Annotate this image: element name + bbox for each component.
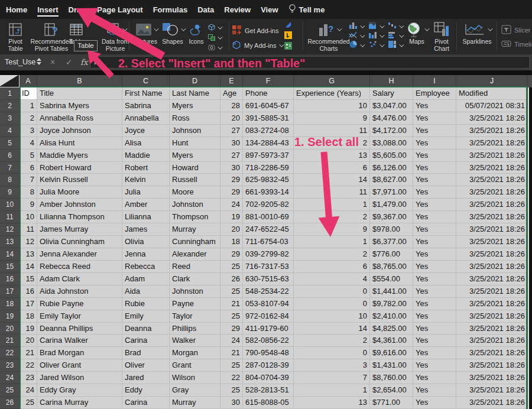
row-header-10[interactable]: 10 (0, 199, 20, 211)
cell-B17[interactable]: Aida Johnston (37, 285, 122, 298)
cell-E16[interactable]: 26 (220, 273, 243, 285)
cell-B10[interactable]: Amber Johnston (37, 199, 122, 211)
cell-D10[interactable]: Johnston (170, 199, 220, 211)
cell-A23[interactable]: 22 (20, 359, 37, 372)
cell-J3[interactable]: 3/25/2021 18:26 (456, 112, 528, 125)
cell-B26[interactable]: Carina Murray (37, 397, 122, 409)
cell-I23[interactable]: Yes (413, 359, 456, 372)
cell-B8[interactable]: Kelvin Russell (37, 174, 122, 186)
cell-C25[interactable]: Eddy (122, 384, 170, 397)
cell-E19[interactable]: 25 (220, 310, 243, 323)
cell-D17[interactable]: Johnston (170, 285, 220, 298)
cell-E17[interactable]: 25 (220, 285, 243, 298)
cell-F4[interactable]: 083-2724-08 (243, 125, 294, 137)
cell-A18[interactable]: 17 (20, 298, 37, 310)
cell-D2[interactable]: Myers (170, 100, 220, 112)
cell-H3[interactable]: $4,476.00 (370, 112, 413, 125)
cell-J13[interactable]: 3/25/2021 18:26 (456, 236, 528, 248)
cell-I24[interactable]: Yes (413, 372, 456, 384)
cell-H9[interactable]: $7,971.00 (370, 186, 413, 199)
cell-G3[interactable]: 9 (294, 112, 370, 125)
recommended-charts-button[interactable]: ? Recommended Charts (306, 21, 351, 52)
cell-A5[interactable]: 4 (20, 137, 37, 150)
cell-J7[interactable]: 3/25/2021 18:26 (456, 162, 528, 174)
cell-J16[interactable]: 3/25/2021 18:26 (456, 273, 528, 285)
cell-G20[interactable]: 14 (294, 323, 370, 335)
cell-F24[interactable]: 804-0704-39 (243, 372, 294, 384)
cell-B21[interactable]: Carina Walker (37, 335, 122, 347)
cell-J4[interactable]: 3/25/2021 18:26 (456, 125, 528, 137)
cell-A20[interactable]: 19 (20, 323, 37, 335)
cell-A3[interactable]: 2 (20, 112, 37, 125)
cell-D6[interactable]: Myers (170, 150, 220, 162)
cell-C1[interactable]: First Name (122, 87, 170, 100)
cell-A16[interactable]: 15 (20, 273, 37, 285)
cell-C3[interactable]: Annabella (122, 112, 170, 125)
row-header-21[interactable]: 21 (0, 335, 20, 347)
cell-I15[interactable]: Yes (413, 261, 456, 273)
cell-G15[interactable]: 6 (294, 261, 370, 273)
cell-B20[interactable]: Deanna Phillips (37, 323, 122, 335)
cell-C6[interactable]: Maddie (122, 150, 170, 162)
cell-A10[interactable]: 9 (20, 199, 37, 211)
cell-A17[interactable]: 16 (20, 285, 37, 298)
cell-C14[interactable]: Jenna (122, 248, 170, 261)
cell-G13[interactable]: 1 (294, 236, 370, 248)
cell-H18[interactable]: $9,782.00 (370, 298, 413, 310)
cell-F19[interactable]: 972-0162-84 (243, 310, 294, 323)
cancel-entry-button[interactable]: × (50, 54, 55, 70)
cell-C10[interactable]: Amber (122, 199, 170, 211)
pivot-table-button[interactable]: Pivot Table (2, 21, 28, 52)
menu-home[interactable]: Home (6, 0, 27, 19)
cell-I8[interactable]: Yes (413, 174, 456, 186)
insert-function-button[interactable]: fx (80, 54, 88, 70)
formula-input[interactable]: ID (90, 56, 530, 69)
cell-C16[interactable]: Adam (122, 273, 170, 285)
cell-F25[interactable]: 528-2813-51 (243, 384, 294, 397)
cell-G9[interactable]: 11 (294, 186, 370, 199)
cell-H7[interactable]: $6,126.00 (370, 162, 413, 174)
cell-F22[interactable]: 790-9548-48 (243, 347, 294, 359)
row-header-9[interactable]: 9 (0, 186, 20, 199)
cell-I11[interactable]: Yes (413, 211, 456, 223)
cell-C7[interactable]: Robert (122, 162, 170, 174)
cell-B12[interactable]: James Murray (37, 223, 122, 236)
menu-review[interactable]: Review (224, 0, 251, 19)
cell-F17[interactable]: 548-2534-22 (243, 285, 294, 298)
cell-I12[interactable]: Yes (413, 223, 456, 236)
cell-H13[interactable]: $6,377.00 (370, 236, 413, 248)
cell-B9[interactable]: Julia Moore (37, 186, 122, 199)
cell-D19[interactable]: Taylor (170, 310, 220, 323)
cell-B16[interactable]: Adam Clark (37, 273, 122, 285)
cell-J5[interactable]: 3/25/2021 18:26 (456, 137, 528, 150)
tell-me-button[interactable]: Tell me (288, 0, 325, 19)
cell-I3[interactable]: Yes (413, 112, 456, 125)
cell-F3[interactable]: 391-5885-31 (243, 112, 294, 125)
cell-C23[interactable]: Oliver (122, 359, 170, 372)
pictures-button[interactable]: Pictures (132, 21, 160, 46)
cell-B23[interactable]: Oliver Grant (37, 359, 122, 372)
cell-F10[interactable]: 702-9205-82 (243, 199, 294, 211)
cell-B18[interactable]: Rubie Payne (37, 298, 122, 310)
cell-E12[interactable]: 20 (220, 223, 243, 236)
cell-B11[interactable]: Lilianna Thompson (37, 211, 122, 223)
cell-G11[interactable]: 2 (294, 211, 370, 223)
cell-C18[interactable]: Rubie (122, 298, 170, 310)
3d-models-button[interactable] (208, 22, 221, 33)
cell-A1[interactable]: ID (20, 87, 37, 100)
row-header-24[interactable]: 24 (0, 372, 20, 384)
cell-D21[interactable]: Walker (170, 335, 220, 347)
row-header-7[interactable]: 7 (0, 162, 20, 174)
cell-I1[interactable]: Employee (413, 87, 456, 100)
cell-I4[interactable]: Yes (413, 125, 456, 137)
cell-C24[interactable]: Jared (122, 372, 170, 384)
row-header-26[interactable]: 26 (0, 397, 20, 409)
cell-I14[interactable]: Yes (413, 248, 456, 261)
cell-C20[interactable]: Deanna (122, 323, 170, 335)
cell-E20[interactable]: 29 (220, 323, 243, 335)
cell-F7[interactable]: 718-2286-59 (243, 162, 294, 174)
cell-C4[interactable]: Joyce (122, 125, 170, 137)
menu-page-layout[interactable]: Page Layout (97, 0, 142, 19)
cell-E6[interactable]: 27 (220, 150, 243, 162)
icons-button[interactable]: Icons (186, 21, 207, 46)
